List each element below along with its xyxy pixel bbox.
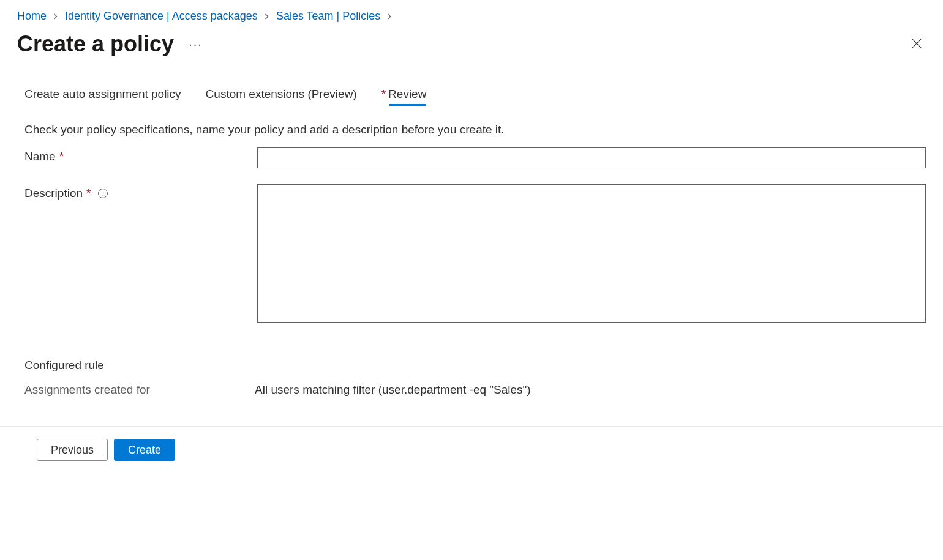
close-button[interactable] xyxy=(907,34,926,54)
label-text: Description xyxy=(24,187,83,200)
name-input[interactable] xyxy=(257,147,926,168)
form-row-description: Description * i xyxy=(24,184,926,324)
previous-button[interactable]: Previous xyxy=(37,439,108,461)
breadcrumb-home[interactable]: Home xyxy=(17,10,47,23)
breadcrumb-identity-governance[interactable]: Identity Governance | Access packages xyxy=(65,10,258,23)
tab-label: Create auto assignment policy xyxy=(24,88,181,100)
close-icon xyxy=(910,37,923,50)
description-input[interactable] xyxy=(257,184,926,323)
chevron-right-icon xyxy=(386,13,393,20)
name-label: Name * xyxy=(24,147,257,163)
label-text: Name xyxy=(24,150,56,163)
more-actions-icon[interactable]: ··· xyxy=(189,38,203,50)
tab-custom-extensions[interactable]: Custom extensions (Preview) xyxy=(206,88,357,105)
tab-review[interactable]: *Review xyxy=(381,88,427,105)
assignments-label: Assignments created for xyxy=(24,383,255,397)
tabs: Create auto assignment policy Custom ext… xyxy=(24,88,926,105)
tab-label: Review xyxy=(388,88,426,100)
intro-text: Check your policy specifications, name y… xyxy=(24,123,926,136)
page-title: Create a policy xyxy=(17,31,174,57)
info-icon[interactable]: i xyxy=(98,189,108,198)
required-indicator: * xyxy=(59,150,64,163)
create-button[interactable]: Create xyxy=(114,439,175,461)
breadcrumb-sales-team-policies[interactable]: Sales Team | Policies xyxy=(276,10,380,23)
tab-create-auto-assignment[interactable]: Create auto assignment policy xyxy=(24,88,181,105)
chevron-right-icon xyxy=(264,13,270,20)
header: Create a policy ··· xyxy=(17,31,926,57)
footer: Previous Create xyxy=(0,426,943,473)
tab-label: Custom extensions (Preview) xyxy=(206,88,357,100)
assignments-row: Assignments created for All users matchi… xyxy=(24,383,926,397)
chevron-right-icon xyxy=(53,13,59,20)
assignments-value: All users matching filter (user.departme… xyxy=(255,383,531,397)
description-label: Description * i xyxy=(24,184,257,200)
configured-rule-heading: Configured rule xyxy=(24,359,926,372)
breadcrumb: Home Identity Governance | Access packag… xyxy=(17,10,926,23)
form-row-name: Name * xyxy=(24,147,926,168)
required-indicator: * xyxy=(381,88,386,100)
required-indicator: * xyxy=(86,187,91,200)
